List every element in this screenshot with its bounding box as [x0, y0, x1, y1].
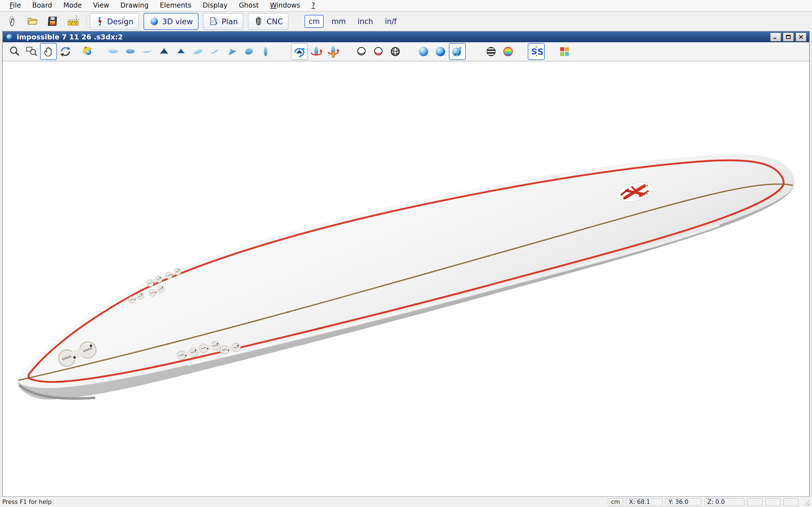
minimize-button[interactable] — [770, 33, 781, 41]
menu-view[interactable]: View — [87, 1, 115, 10]
resize-grip[interactable] — [802, 498, 810, 506]
wireframe-red-sphere-icon[interactable] — [370, 43, 387, 60]
menu-display[interactable]: Display — [197, 1, 233, 10]
cnc-mode-label: CNC — [266, 17, 283, 26]
stripes-sphere-icon[interactable] — [483, 43, 500, 60]
rotate-icon[interactable] — [57, 43, 74, 60]
view-persp-rocker-icon[interactable] — [206, 43, 223, 60]
menu-file[interactable]: File — [4, 1, 27, 10]
new-board-icon[interactable] — [5, 13, 20, 29]
open-icon[interactable] — [25, 13, 40, 29]
maximize-button[interactable] — [783, 33, 794, 41]
render-smooth-sphere-icon[interactable] — [415, 43, 432, 60]
cnc-bit-icon — [253, 16, 264, 27]
measurements-icon[interactable] — [66, 13, 81, 29]
menu-help[interactable]: ? — [306, 1, 321, 10]
view-persp-top-icon[interactable] — [190, 43, 206, 60]
design-nodes-icon — [95, 16, 104, 27]
menu-ghost[interactable]: Ghost — [233, 1, 264, 10]
menu-elements[interactable]: Elements — [154, 1, 197, 10]
view-bottom-icon[interactable] — [122, 43, 139, 60]
symmetry-icon[interactable]: S S — [528, 43, 545, 60]
view-tail-icon[interactable] — [172, 43, 190, 60]
board-3d-canvas[interactable] — [3, 61, 809, 496]
unit-selector: cm mm inch in/f — [303, 15, 402, 28]
colors-palette-icon[interactable] — [556, 43, 573, 60]
3d-view-mode-label: 3D view — [162, 17, 193, 26]
design-mode-label: Design — [107, 17, 133, 26]
view-persp-bottom-icon[interactable] — [240, 43, 257, 60]
pan-hand-icon[interactable] — [40, 43, 57, 60]
menu-drawing[interactable]: Drawing — [115, 1, 154, 10]
view-nose-icon[interactable] — [156, 43, 172, 60]
zoom-window-icon[interactable] — [23, 43, 40, 60]
status-empty-panel-1 — [747, 498, 762, 506]
plan-mode-button[interactable]: Plan — [203, 13, 243, 30]
menu-mode[interactable]: Mode — [58, 1, 87, 10]
rotate-board-icon[interactable] — [308, 43, 325, 60]
svg-text:S: S — [531, 47, 537, 56]
toolbar-separator — [86, 15, 87, 28]
close-button[interactable] — [796, 33, 806, 41]
plan-mode-label: Plan — [221, 17, 238, 26]
menu-windows[interactable]: Windows — [264, 1, 306, 10]
document-title-bar[interactable]: impossible 7 11 26 .s3dx:2 — [3, 32, 809, 42]
light-icon[interactable] — [80, 43, 96, 60]
menu-board[interactable]: Board — [27, 1, 58, 10]
blue-sphere-icon — [149, 16, 159, 26]
close-icon — [798, 34, 804, 40]
save-icon[interactable] — [45, 13, 61, 29]
unit-inf[interactable]: in/f — [381, 15, 401, 28]
minimize-icon — [773, 34, 778, 40]
unit-cm[interactable]: cm — [305, 15, 324, 28]
rainbow-sphere-icon[interactable] — [500, 43, 516, 60]
unit-inch[interactable]: inch — [354, 15, 377, 28]
view-persp-nose-icon[interactable] — [223, 43, 240, 60]
cnc-mode-button[interactable]: CNC — [248, 13, 289, 30]
surfboard-render — [3, 61, 809, 496]
status-x-coordinate: X: 68.1 — [626, 498, 663, 506]
svg-text:S: S — [538, 47, 543, 57]
rotate-board-up-icon[interactable] — [325, 43, 342, 60]
mesh-sphere-icon[interactable] — [387, 43, 404, 60]
view-front-icon[interactable] — [257, 43, 274, 60]
status-empty-panel-2 — [765, 498, 780, 506]
maximize-icon — [785, 34, 791, 40]
render-paint-sphere-icon[interactable] — [449, 43, 466, 60]
view-top-icon[interactable] — [105, 43, 122, 60]
rotate-view-icon[interactable] — [291, 43, 308, 60]
document-window-icon — [6, 33, 13, 41]
menu-bar: File Board Mode View Drawing Elements Di… — [0, 0, 812, 12]
board-document-window: impossible 7 11 26 .s3dx:2 — [2, 31, 810, 497]
window-controls — [770, 33, 806, 41]
status-bar: Press F1 for help cm X: 68.1 Y: 36.0 Z: … — [0, 497, 812, 507]
view-toolbar: S S — [3, 42, 809, 61]
unit-mm[interactable]: mm — [327, 15, 350, 28]
main-toolbar: Design 3D view Plan CNC cm mm inch in/f — [0, 12, 812, 31]
status-y-coordinate: Y: 36.0 — [665, 498, 702, 506]
design-mode-button[interactable]: Design — [90, 13, 139, 30]
status-help-text: Press F1 for help — [2, 499, 52, 505]
document-title: impossible 7 11 26 .s3dx:2 — [17, 33, 123, 41]
3d-view-mode-button[interactable]: 3D view — [144, 13, 199, 30]
wireframe-sphere-icon[interactable] — [353, 43, 370, 60]
render-shaded-sphere-icon[interactable] — [432, 43, 449, 60]
plan-sheet-icon — [209, 16, 219, 27]
status-empty-panel-3 — [783, 498, 799, 506]
status-unit: cm — [608, 498, 623, 506]
view-rocker-icon[interactable] — [139, 43, 156, 60]
status-z-coordinate: Z: 0.0 — [704, 498, 744, 506]
zoom-icon[interactable] — [6, 43, 23, 60]
